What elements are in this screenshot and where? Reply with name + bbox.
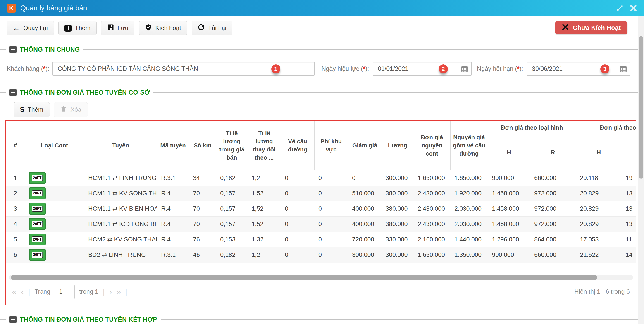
col-header-ve-cau-duong[interactable]: Vé cầu đường — [281, 120, 314, 170]
cell-extra[interactable]: 11 — [622, 232, 636, 247]
cell-ti-le-luong[interactable]: 0,157 — [216, 186, 248, 201]
cell-giam-gia[interactable]: 300.000 — [348, 247, 382, 263]
cell-luong[interactable]: 300.000 — [382, 170, 414, 186]
col-header-nguyen-gia-gom-ve[interactable]: Nguyên giá gồm vé cầu đường — [450, 120, 488, 170]
collapse-icon[interactable] — [9, 89, 17, 96]
col-header-so-km[interactable]: Số km — [189, 120, 216, 170]
col-header-tuyen[interactable]: Tuyến — [84, 120, 157, 170]
table-row[interactable]: 620FTBD2 ⇄ LINH TRUNGR.3.1460,1821,20030… — [6, 247, 636, 263]
cell-h2[interactable]: 17.053 — [576, 232, 622, 247]
vertical-scrollbar-thumb[interactable] — [639, 36, 643, 179]
cell-ma-tuyen[interactable]: R.3.1 — [157, 170, 189, 186]
table-row[interactable]: 320FTHCM1.1 ⇄ KV BIEN HOAR.4700,1571,520… — [6, 201, 636, 216]
cell-stt[interactable]: 2 — [6, 186, 25, 201]
vertical-scrollbar[interactable] — [638, 16, 644, 324]
cell-stt[interactable]: 5 — [6, 232, 25, 247]
cell-r1[interactable]: 972.000 — [530, 201, 576, 216]
grid-delete-button[interactable]: Xóa — [54, 102, 88, 117]
col-header-luong[interactable]: Lương — [382, 120, 414, 170]
cell-tuyen[interactable]: HCM1.1 ⇄ KV SONG THA — [84, 186, 157, 201]
back-button[interactable]: ← Quay Lại — [7, 21, 54, 35]
calendar-icon[interactable] — [461, 65, 468, 74]
calendar-icon[interactable] — [620, 65, 627, 74]
cell-ti-le-luong[interactable]: 0,157 — [216, 216, 248, 232]
cell-so-km[interactable]: 46 — [189, 247, 216, 263]
col-header-loai-cont[interactable]: Loại Cont — [25, 120, 84, 170]
cell-ve-cau-duong[interactable]: 0 — [281, 201, 314, 216]
col-header-stt[interactable]: # — [6, 120, 25, 170]
reload-button[interactable]: Tải Lại — [192, 21, 232, 35]
table-row[interactable]: 420FTHCM1.1 ⇄ ICD LONG BINR.4700,1571,52… — [6, 216, 636, 232]
cell-phi-khu-vuc[interactable]: 0 — [314, 186, 348, 201]
cell-cont[interactable]: 20FT — [25, 201, 84, 216]
cell-don-gia-nguyen-cont[interactable]: 1.650.000 — [414, 247, 450, 263]
cell-ti-le-luong[interactable]: 0,182 — [216, 170, 248, 186]
cell-ve-cau-duong[interactable]: 0 — [281, 216, 314, 232]
cell-nguyen-gia-gom-ve[interactable]: 1.350.000 — [450, 247, 488, 263]
cell-h2[interactable]: 20.829 — [576, 216, 622, 232]
cell-ti-le-thay-doi[interactable]: 1,52 — [248, 186, 281, 201]
cell-phi-khu-vuc[interactable]: 0 — [314, 170, 348, 186]
maximize-icon[interactable] — [616, 4, 624, 12]
col-header-ti-le-luong[interactable]: Tỉ lệ lương trong giá bán — [216, 120, 248, 170]
cell-cont[interactable]: 20FT — [25, 247, 84, 263]
cell-don-gia-nguyen-cont[interactable]: 1.650.000 — [414, 170, 450, 186]
col-header-ti-le-thay-doi[interactable]: Tỉ lệ lương thay đổi theo ... — [248, 120, 281, 170]
cell-h1[interactable]: 990.000 — [488, 247, 530, 263]
cell-giam-gia[interactable]: 510.000 — [348, 186, 382, 201]
cell-ti-le-luong[interactable]: 0,157 — [216, 201, 248, 216]
cell-tuyen[interactable]: HCM1.1 ⇄ KV BIEN HOA — [84, 201, 157, 216]
cell-luong[interactable]: 380.000 — [382, 186, 414, 201]
cell-h1[interactable]: 1.296.000 — [488, 232, 530, 247]
cell-phi-khu-vuc[interactable]: 0 — [314, 216, 348, 232]
cell-so-km[interactable]: 70 — [189, 201, 216, 216]
cell-cont[interactable]: 20FT — [25, 216, 84, 232]
collapse-icon[interactable] — [9, 46, 17, 53]
prev-page-icon[interactable]: ‹ — [21, 288, 24, 296]
cell-ma-tuyen[interactable]: R.4 — [157, 201, 189, 216]
cell-r1[interactable]: 864.000 — [530, 232, 576, 247]
cell-ti-le-thay-doi[interactable]: 1,52 — [248, 201, 281, 216]
cell-h2[interactable]: 20.829 — [576, 201, 622, 216]
cell-giam-gia[interactable]: 400.000 — [348, 216, 382, 232]
first-page-icon[interactable]: « — [12, 288, 16, 296]
cell-h1[interactable]: 990.000 — [488, 170, 530, 186]
table-row[interactable]: 220FTHCM1.1 ⇄ KV SONG THAR.4700,1571,520… — [6, 186, 636, 201]
col-header-phi-khu-vuc[interactable]: Phí khu vực — [314, 120, 348, 170]
cell-h2[interactable]: 21.522 — [576, 247, 622, 263]
cell-nguyen-gia-gom-ve[interactable]: 2.030.000 — [450, 216, 488, 232]
cell-don-gia-nguyen-cont[interactable]: 2.430.000 — [414, 186, 450, 201]
col-header-ma-tuyen[interactable]: Mã tuyến — [157, 120, 189, 170]
cell-ti-le-luong[interactable]: 0,182 — [216, 247, 248, 263]
cell-tuyen[interactable]: BD2 ⇄ LINH TRUNG — [84, 247, 157, 263]
cell-extra[interactable]: 13 — [622, 186, 636, 201]
cell-ma-tuyen[interactable]: R.4 — [157, 232, 189, 247]
cell-ti-le-luong[interactable]: 0,153 — [216, 232, 248, 247]
cell-extra[interactable]: 14 — [622, 247, 636, 263]
cell-nguyen-gia-gom-ve[interactable]: 1.440.000 — [450, 232, 488, 247]
cell-h2[interactable]: 29.118 — [576, 170, 622, 186]
cell-phi-khu-vuc[interactable]: 0 — [314, 201, 348, 216]
cell-stt[interactable]: 4 — [6, 216, 25, 232]
cell-extra[interactable]: 13 — [622, 216, 636, 232]
add-button[interactable]: Thêm — [58, 21, 96, 35]
cell-luong[interactable]: 300.000 — [382, 247, 414, 263]
cell-r1[interactable]: 660.000 — [530, 170, 576, 186]
last-page-icon[interactable]: » — [116, 288, 121, 296]
cell-giam-gia[interactable]: 720.000 — [348, 232, 382, 247]
cell-cont[interactable]: 20FT — [25, 186, 84, 201]
effective-date-field[interactable]: 01/01/2021 2 — [373, 62, 472, 75]
page-number-input[interactable] — [55, 285, 75, 299]
cell-so-km[interactable]: 70 — [189, 216, 216, 232]
cell-stt[interactable]: 6 — [6, 247, 25, 263]
cell-r1[interactable]: 972.000 — [530, 186, 576, 201]
cell-giam-gia[interactable]: 0 — [348, 170, 382, 186]
cell-h1[interactable]: 1.458.000 — [488, 201, 530, 216]
cell-so-km[interactable]: 76 — [189, 232, 216, 247]
cell-so-km[interactable]: 70 — [189, 186, 216, 201]
cell-ti-le-thay-doi[interactable]: 1,32 — [248, 232, 281, 247]
cell-luong[interactable]: 330.000 — [382, 232, 414, 247]
cell-don-gia-nguyen-cont[interactable]: 2.430.000 — [414, 216, 450, 232]
table-row[interactable]: 120FTHCM1.1 ⇄ LINH TRUNGR.3.1340,1821,20… — [6, 170, 636, 186]
collapse-icon[interactable] — [9, 316, 17, 323]
